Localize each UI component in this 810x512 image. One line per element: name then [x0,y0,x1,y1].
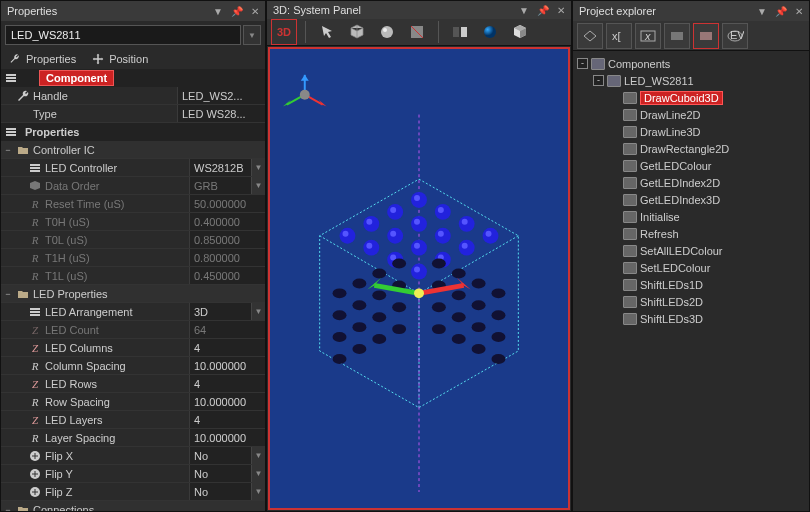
dropdown-icon[interactable]: ▼ [251,159,265,176]
solid-cube-button[interactable] [507,19,533,45]
property-grid: Component Handle LED_WS2... Type LED WS2… [1,69,265,511]
explorer-filter-6[interactable]: EV [722,23,748,49]
tree-row[interactable]: DrawLine2D [577,106,805,123]
pin-icon[interactable]: 📌 [775,6,787,17]
dropdown-icon[interactable]: ▼ [251,483,265,500]
svg-rect-106 [671,32,683,40]
tree-row[interactable]: ShiftLEDs3D [577,310,805,327]
property-type-icon: R [27,432,43,444]
tree-row[interactable]: ShiftLEDs2D [577,293,805,310]
tab-position[interactable]: Position [92,53,148,65]
property-value[interactable]: No [189,483,251,500]
property-value: GRB [189,177,251,194]
tree-row[interactable]: - Components [577,55,805,72]
svg-point-92 [352,322,366,332]
property-group[interactable]: − Controller IC [1,141,265,159]
property-value[interactable]: WS2812B [189,159,251,176]
property-type-icon [27,450,43,462]
property-value[interactable]: No [189,465,251,482]
collapse-icon[interactable]: − [1,505,15,512]
sphere-icon [379,24,395,40]
property-value[interactable]: LED_WS2... [177,87,265,104]
tree-row[interactable]: GetLEDColour [577,157,805,174]
dropdown-icon[interactable]: ▼ [519,5,529,16]
property-value[interactable]: 4 [189,339,265,356]
close-icon[interactable]: ✕ [251,6,259,17]
svg-point-45 [414,219,420,225]
pin-icon[interactable]: 📌 [231,6,243,17]
tree-row[interactable]: ShiftLEDs1D [577,276,805,293]
collapse-icon[interactable]: − [1,145,15,155]
orbit-tool-button[interactable] [404,19,430,45]
cube-tool-button[interactable] [344,19,370,45]
dropdown-icon[interactable]: ▼ [213,6,223,17]
tree-item-icon [623,228,637,240]
tree-toggle[interactable]: - [577,58,588,69]
property-type-icon: R [27,360,43,372]
sphere-tool-button[interactable] [374,19,400,45]
property-value[interactable]: No [189,447,251,464]
tree-row[interactable]: DrawRectangle2D [577,140,805,157]
property-label: LED Count [43,324,189,336]
explorer-filter-3[interactable]: x [635,23,661,49]
component-name-dropdown[interactable]: ▼ [243,25,261,45]
property-value[interactable]: 10.000000 [189,429,265,446]
tree-row[interactable]: SetLEDColour [577,259,805,276]
tree-row[interactable]: GetLEDIndex2D [577,174,805,191]
svg-rect-5 [6,134,16,136]
property-value[interactable]: 3D [189,303,251,320]
svg-point-85 [333,288,347,298]
dropdown-icon[interactable]: ▼ [251,303,265,320]
bracket-var-icon: x [639,29,657,43]
property-group[interactable]: − LED Properties [1,285,265,303]
property-type-icon: Z [27,324,43,336]
split-view-button[interactable] [447,19,473,45]
tree-item-label: ShiftLEDs3D [640,313,703,325]
tab-properties[interactable]: Properties [9,53,76,65]
svg-rect-3 [6,128,16,130]
property-label: T0L (uS) [43,234,189,246]
tree-row[interactable]: Initialise [577,208,805,225]
tree-row[interactable]: DrawLine3D [577,123,805,140]
property-value[interactable]: LED WS28... [177,105,265,122]
property-label: LED Layers [43,414,189,426]
dropdown-icon[interactable]: ▼ [757,6,767,17]
property-value[interactable]: 4 [189,375,265,392]
dropdown-icon[interactable]: ▼ [251,447,265,464]
mode-3d-tab[interactable]: 3D [271,19,297,45]
component-name-input[interactable] [5,25,241,45]
separator [305,21,306,43]
property-value[interactable]: 10.000000 [189,357,265,374]
shaded-sphere-button[interactable] [477,19,503,45]
tree-row[interactable]: GetLEDIndex3D [577,191,805,208]
explorer-filter-4[interactable] [664,23,690,49]
group-label: LED Properties [31,288,265,300]
dropdown-icon[interactable]: ▼ [251,465,265,482]
explorer-toolbar: x[ x EV [573,21,809,51]
svg-point-28 [300,90,310,100]
property-row: Z LED Rows 4 [1,375,265,393]
svg-point-102 [414,288,424,298]
close-icon[interactable]: ✕ [795,6,803,17]
svg-point-47 [438,231,444,237]
dropdown-icon[interactable]: ▼ [251,177,265,194]
tree-row[interactable]: DrawCuboid3D [577,89,805,106]
tree-row[interactable]: - LED_WS2811 [577,72,805,89]
arrow-tool-button[interactable] [314,19,340,45]
explorer-filter-1[interactable] [577,23,603,49]
property-value[interactable]: 4 [189,411,265,428]
tree-toggle[interactable]: - [593,75,604,86]
explorer-filter-2[interactable]: x[ [606,23,632,49]
tree-row[interactable]: SetAllLEDColour [577,242,805,259]
pin-icon[interactable]: 📌 [537,5,549,16]
viewport-canvas[interactable] [268,47,570,510]
property-value[interactable]: 10.000000 [189,393,265,410]
svg-point-77 [492,332,506,342]
collapse-icon[interactable]: − [1,289,15,299]
close-icon[interactable]: ✕ [557,5,565,16]
property-row: R Row Spacing 10.000000 [1,393,265,411]
explorer-filter-5-active[interactable] [693,23,719,49]
property-label: T1L (uS) [43,270,189,282]
tree-row[interactable]: Refresh [577,225,805,242]
property-group[interactable]: − Connections [1,501,265,511]
